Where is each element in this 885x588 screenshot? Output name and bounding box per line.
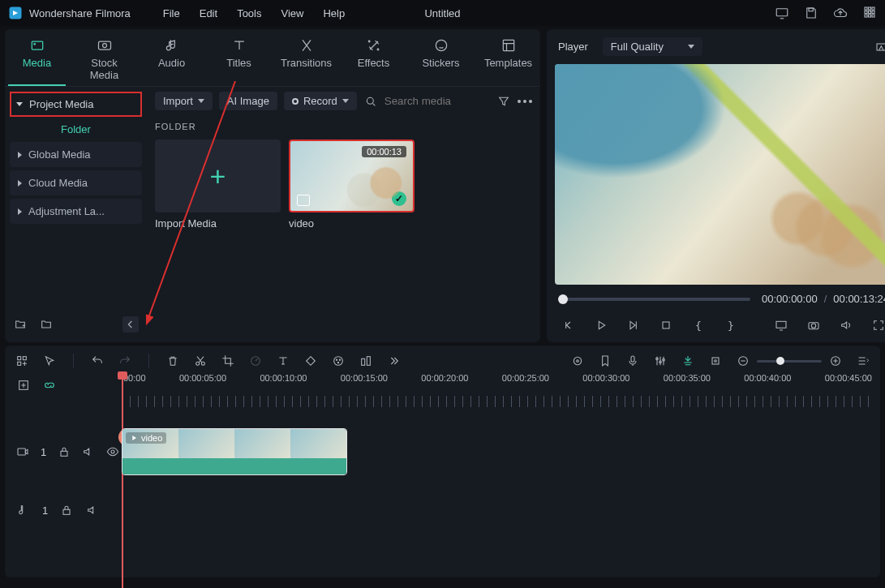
adjust-icon[interactable] (359, 354, 373, 368)
sidebar-global-media[interactable]: Global Media (10, 142, 142, 167)
marker-target-icon[interactable] (570, 354, 585, 368)
collapse-sidebar-button[interactable] (122, 316, 139, 333)
svg-rect-11 (872, 15, 874, 17)
link-icon[interactable] (708, 354, 723, 368)
filter-icon[interactable] (496, 94, 511, 109)
timeline-ruler[interactable]: 00:00 00:00:05:00 00:00:10:00 00:00:15:0… (122, 373, 875, 407)
tab-stickers[interactable]: Stickers (412, 37, 470, 86)
mute-icon[interactable] (85, 503, 100, 517)
text-icon[interactable] (276, 354, 290, 368)
play-forward-icon[interactable] (626, 318, 641, 333)
svg-point-52 (111, 450, 114, 453)
delete-icon[interactable] (165, 354, 180, 368)
svg-rect-8 (872, 11, 874, 13)
mute-icon[interactable] (82, 444, 95, 459)
media-clip-video[interactable]: 00:00:13 ✓ video (289, 139, 415, 230)
menu-edit[interactable]: Edit (200, 7, 217, 19)
speed-icon[interactable] (248, 354, 263, 368)
cursor-icon[interactable] (42, 354, 57, 368)
lock-icon[interactable] (58, 444, 71, 459)
svg-rect-10 (869, 15, 871, 17)
record-dot-icon (292, 98, 299, 105)
mark-in-icon[interactable]: { (691, 318, 706, 333)
svg-rect-51 (61, 451, 67, 456)
stop-icon[interactable] (659, 318, 673, 333)
visibility-icon[interactable] (106, 444, 119, 459)
ai-image-button[interactable]: AI Image (219, 92, 277, 110)
tab-templates[interactable]: Templates (479, 37, 537, 86)
keyframe-icon[interactable] (303, 354, 318, 368)
sidebar-folder[interactable]: Folder (10, 117, 142, 142)
media-panel: Media Stock Media Audio Titles Transitio… (5, 29, 540, 342)
zoom-out-icon[interactable] (736, 354, 750, 368)
import-media-label: Import Media (155, 217, 281, 230)
mark-out-icon[interactable]: } (724, 318, 738, 333)
tab-titles[interactable]: Titles (210, 37, 268, 86)
video-track-icon (16, 444, 29, 459)
import-media-card[interactable]: + Import Media (155, 139, 281, 230)
new-folder-icon[interactable] (13, 317, 28, 332)
import-button[interactable]: Import (155, 92, 213, 110)
playhead[interactable]: ✂ (122, 373, 123, 588)
cloud-upload-icon[interactable] (833, 6, 848, 20)
more-icon[interactable] (518, 100, 532, 103)
svg-point-35 (339, 359, 340, 360)
menu-file[interactable]: File (163, 7, 180, 19)
camera-icon[interactable] (806, 318, 821, 333)
add-track-icon[interactable] (15, 354, 29, 368)
clip-duration: 00:00:13 (362, 146, 406, 157)
svg-rect-1 (776, 9, 788, 16)
sidebar-cloud-media[interactable]: Cloud Media (10, 170, 142, 195)
tab-transitions[interactable]: Transitions (277, 37, 335, 86)
tab-media[interactable]: Media (8, 37, 66, 86)
apps-grid-icon[interactable] (862, 5, 877, 22)
link-toggle-icon[interactable] (42, 378, 57, 393)
redo-icon[interactable] (118, 354, 132, 368)
snapshot-icon[interactable] (874, 40, 885, 54)
svg-rect-27 (18, 357, 21, 360)
marker-icon[interactable] (598, 354, 612, 368)
timeline-clip-video[interactable]: video (122, 428, 347, 475)
media-browser: Import AI Image Record FOLDER + Import M… (147, 87, 540, 342)
color-icon[interactable] (331, 354, 346, 368)
sidebar-adjustment-layer[interactable]: Adjustment La... (10, 199, 142, 224)
zoom-control[interactable] (736, 354, 843, 368)
tab-stock-media[interactable]: Stock Media (75, 37, 133, 86)
menu-help[interactable]: Help (323, 7, 345, 19)
play-icon[interactable] (594, 318, 608, 333)
magnet-icon[interactable] (681, 354, 695, 368)
volume-icon[interactable] (839, 318, 853, 333)
display-icon[interactable] (774, 318, 788, 333)
record-button[interactable]: Record (284, 92, 357, 110)
more-tools-icon[interactable] (386, 354, 401, 368)
svg-rect-6 (865, 11, 867, 13)
prev-frame-icon[interactable] (561, 318, 576, 333)
svg-rect-38 (367, 357, 370, 366)
lock-icon[interactable] (59, 503, 74, 517)
undo-icon[interactable] (90, 354, 105, 368)
titlebar: Wondershare Filmora File Edit Tools View… (0, 0, 885, 26)
tab-effects[interactable]: Effects (345, 37, 402, 86)
crop-icon[interactable] (221, 354, 235, 368)
preview-screen[interactable] (555, 64, 885, 285)
preview-quality-select[interactable]: Full Quality (603, 37, 702, 56)
tab-audio[interactable]: Audio (143, 37, 200, 86)
document-title: Untitled (424, 7, 460, 19)
zoom-in-icon[interactable] (828, 354, 843, 368)
cut-icon[interactable] (193, 354, 208, 368)
screen-icon[interactable] (775, 6, 789, 20)
menu-view[interactable]: View (281, 7, 303, 19)
mic-icon[interactable] (625, 354, 640, 368)
fullscreen-icon[interactable] (871, 318, 885, 333)
mixer-icon[interactable] (653, 354, 668, 368)
sidebar-project-media[interactable]: Project Media (10, 92, 142, 117)
seek-bar[interactable] (558, 298, 750, 301)
add-action-icon[interactable] (16, 378, 31, 393)
save-icon[interactable] (804, 6, 818, 20)
folder-icon[interactable] (39, 317, 54, 332)
menu-tools[interactable]: Tools (237, 7, 261, 19)
timeline-options-icon[interactable] (856, 354, 870, 368)
svg-rect-41 (631, 356, 634, 362)
timeline-clip-label: video (141, 433, 162, 443)
search-input[interactable] (385, 95, 490, 107)
